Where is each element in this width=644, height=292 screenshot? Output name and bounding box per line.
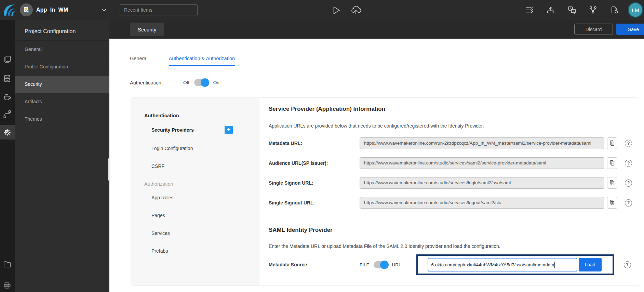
add-security-provider-button[interactable]: + bbox=[225, 126, 233, 134]
saml-idp-title: SAML Identity Provider bbox=[269, 227, 633, 234]
sidebar-item-general[interactable]: General bbox=[15, 40, 109, 58]
sp-url-fields: Metadata URL: https://www.wavemakeronlin… bbox=[269, 133, 633, 213]
settings-gear-icon[interactable] bbox=[3, 128, 12, 137]
url-label: URL bbox=[392, 262, 401, 267]
subnav-item-pages[interactable]: Pages bbox=[151, 213, 259, 218]
copy-button[interactable] bbox=[607, 157, 617, 169]
single-signon-url-label: Single Signon URL: bbox=[269, 180, 360, 186]
toggle-on-label: On bbox=[213, 80, 219, 85]
pages-icon[interactable] bbox=[3, 55, 12, 64]
log-icon-label: LOG bbox=[5, 284, 9, 286]
file-label: FILE bbox=[360, 262, 370, 267]
idp-metadata-url-input[interactable]: 6.okta.com/app/exknlt44nbWM4txYA5d7/sso/… bbox=[428, 258, 577, 271]
metadata-source-toggle[interactable] bbox=[374, 261, 388, 268]
subnav-section-authorization: Authorization bbox=[144, 181, 259, 187]
section-divider bbox=[269, 217, 633, 217]
scrollbar-thumb[interactable] bbox=[108, 158, 110, 181]
copy-icon bbox=[609, 160, 616, 167]
subnav-item-app-roles[interactable]: App Roles bbox=[151, 195, 259, 200]
chevron-down-icon[interactable] bbox=[100, 6, 108, 14]
field-row-metadata-url: Metadata URL: https://www.wavemakeronlin… bbox=[269, 133, 633, 153]
authentication-toggle-row: Authentication: Off On bbox=[130, 79, 219, 86]
help-icon[interactable]: ? bbox=[625, 160, 632, 167]
field-row-single-signon-url: Single Signon URL: https://www.wavemaker… bbox=[269, 173, 633, 193]
sidebar-item-security[interactable]: Security bbox=[15, 75, 109, 93]
export-project-icon[interactable] bbox=[546, 5, 555, 14]
api-connector-icon[interactable] bbox=[3, 110, 12, 119]
text-caret bbox=[554, 262, 555, 268]
audience-url-value[interactable]: https://www.wavemakeronline.com/studio/s… bbox=[360, 157, 604, 169]
subnav-item-services[interactable]: Services bbox=[151, 230, 259, 236]
toggle-knob bbox=[380, 261, 389, 269]
metadata-url-input-group: 6.okta.com/app/exknlt44nbWM4txYA5d7/sso/… bbox=[428, 258, 602, 271]
sp-info-description: Application URLs are provided below that… bbox=[269, 123, 633, 129]
version-control-icon[interactable] bbox=[589, 5, 598, 14]
copy-icon bbox=[609, 180, 616, 186]
topbar-icon-group: A a bbox=[525, 5, 619, 14]
security-settings-content: General Authentication & Authorization A… bbox=[109, 39, 644, 292]
security-subnav: Authentication Security Providers + Logi… bbox=[131, 98, 259, 286]
metadata-url-value[interactable]: https://www.wavemakeronline.com/run-2kzd… bbox=[360, 137, 604, 149]
sidebar-item-profile-configuration[interactable]: Profile Configuration bbox=[15, 58, 109, 75]
java-services-icon[interactable] bbox=[3, 92, 12, 101]
sidebar-item-artifacts[interactable]: Artifacts bbox=[15, 93, 109, 110]
single-signon-url-value[interactable]: https://www.wavemakeronline.com/studio/s… bbox=[360, 177, 604, 189]
help-icon[interactable]: ? bbox=[625, 140, 632, 147]
svg-text:a: a bbox=[573, 10, 574, 13]
recent-items-input[interactable] bbox=[120, 4, 198, 15]
load-button[interactable]: Load bbox=[579, 258, 602, 271]
discard-button[interactable]: Discard bbox=[574, 24, 613, 35]
metadata-source-label: Metadata Source: bbox=[269, 262, 360, 267]
project-configuration-panel: Project Configuration General Profile Co… bbox=[15, 20, 109, 292]
tab-authentication-authorization[interactable]: Authentication & Authorization bbox=[169, 56, 235, 66]
subnav-item-login-configuration[interactable]: Login Configuration bbox=[151, 146, 259, 151]
authentication-label: Authentication: bbox=[130, 80, 183, 85]
field-row-single-signout-url: Single Signout URL: https://www.wavemake… bbox=[269, 193, 633, 213]
logs-icon[interactable]: LOG bbox=[3, 281, 12, 290]
wavemaker-logo-icon[interactable] bbox=[2, 3, 16, 17]
panel-title: Project Configuration bbox=[15, 20, 109, 40]
field-row-audience-url: Audience URL(SP Issuer): https://www.wav… bbox=[269, 153, 633, 173]
authentication-toggle[interactable] bbox=[194, 79, 209, 86]
subnav-item-security-providers[interactable]: Security Providers + bbox=[151, 127, 259, 133]
file-sync-icon[interactable] bbox=[610, 5, 619, 14]
toggle-knob bbox=[201, 78, 209, 87]
single-signout-url-value[interactable]: https://www.wavemakeronline.com/studio/s… bbox=[360, 197, 604, 209]
save-button[interactable]: Save bbox=[616, 24, 644, 35]
subnav-item-prefabs[interactable]: Prefabs bbox=[151, 248, 259, 254]
audience-url-label: Audience URL(SP Issuer): bbox=[269, 160, 360, 166]
metadata-url-label: Metadata URL: bbox=[269, 141, 360, 146]
checklist-icon[interactable] bbox=[525, 5, 534, 14]
single-signout-url-label: Single Signout URL: bbox=[269, 200, 360, 205]
page-header-bar: Security Discard Save bbox=[109, 20, 644, 39]
subnav-item-csrf[interactable]: CSRF bbox=[151, 163, 259, 169]
help-icon[interactable]: ? bbox=[625, 199, 632, 207]
user-avatar[interactable]: LM bbox=[628, 2, 643, 18]
copy-button[interactable] bbox=[607, 177, 617, 189]
copy-icon bbox=[609, 199, 616, 206]
toggle-off-label: Off bbox=[183, 80, 189, 85]
copy-icon bbox=[609, 140, 616, 147]
metadata-source-row: Metadata Source: FILE URL 6.okta.com/app… bbox=[269, 254, 633, 275]
saml-idp-description: Enter the Metadata URL or upload Metadat… bbox=[269, 243, 633, 249]
copy-button[interactable] bbox=[607, 137, 617, 149]
tab-general[interactable]: General bbox=[130, 56, 157, 66]
database-icon[interactable] bbox=[3, 74, 12, 83]
help-icon[interactable]: ? bbox=[624, 261, 631, 268]
workspace-rail: LOG bbox=[0, 20, 15, 292]
settings-tabs: General Authentication & Authorization bbox=[130, 56, 235, 66]
help-icon[interactable]: ? bbox=[625, 180, 632, 187]
file-explorer-icon[interactable] bbox=[3, 260, 12, 269]
cloud-deploy-icon[interactable] bbox=[351, 5, 361, 15]
sidebar-item-themes[interactable]: Themes bbox=[15, 110, 109, 128]
subnav-section-authentication: Authentication bbox=[144, 113, 259, 118]
copy-button[interactable] bbox=[607, 197, 617, 209]
translate-icon[interactable]: A a bbox=[567, 5, 576, 14]
run-preview-icon[interactable] bbox=[331, 5, 341, 15]
project-icon[interactable] bbox=[20, 3, 33, 16]
security-card: Authentication Security Providers + Logi… bbox=[131, 97, 639, 286]
saml-config-panel: Service Provider (Application) Informati… bbox=[259, 98, 639, 286]
open-page-tab-security[interactable]: Security bbox=[130, 23, 164, 36]
top-bar: App_In_WM A a bbox=[0, 0, 644, 20]
wavemaker-studio: App_In_WM A a bbox=[0, 0, 644, 292]
